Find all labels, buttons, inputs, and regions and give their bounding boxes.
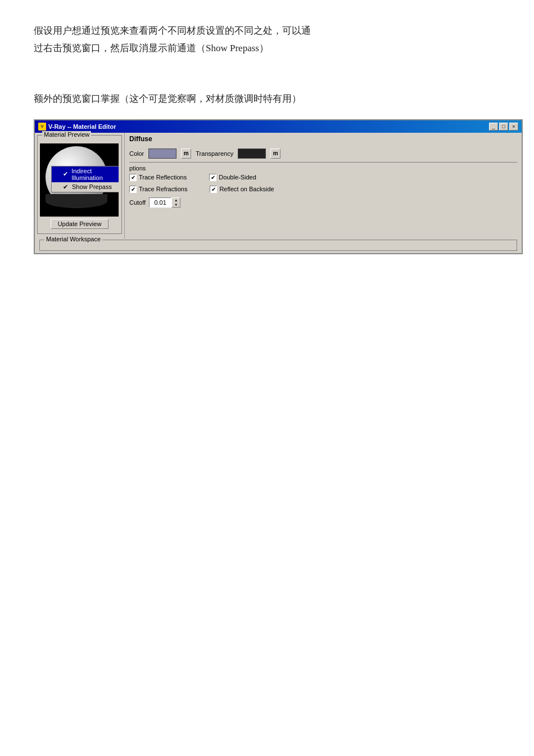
minimize-button[interactable]: _ bbox=[489, 123, 498, 130]
transparency-m-button[interactable]: m bbox=[270, 148, 280, 159]
context-menu-indirect-label: Indirect Illumination bbox=[71, 168, 119, 181]
cutoff-row: Cutoff ▲ ▼ bbox=[129, 197, 517, 208]
reflect-backside-label: Reflect on Backside bbox=[219, 186, 274, 192]
bottom-area: Material Workspace bbox=[35, 240, 522, 253]
window-title: V-Ray -- Material Editor bbox=[48, 123, 116, 130]
context-menu-prepass-label: Show Prepass bbox=[72, 183, 112, 190]
check-icon-prepass: ✔ bbox=[63, 183, 70, 191]
spin-down-button[interactable]: ▼ bbox=[172, 202, 180, 207]
preview-area: ✔ Indirect Illumination ✔ Show Prepass bbox=[40, 143, 119, 217]
context-menu: ✔ Indirect Illumination ✔ Show Prepass bbox=[51, 166, 119, 192]
diffuse-color-row: Color m Transparency m bbox=[129, 148, 517, 159]
check-icon-indirect: ✔ bbox=[63, 170, 69, 178]
material-workspace-label: Material Workspace bbox=[44, 236, 102, 242]
context-menu-item-indirect[interactable]: ✔ Indirect Illumination bbox=[52, 166, 119, 182]
double-sided-checkbox[interactable]: ✔ bbox=[209, 174, 216, 181]
color-swatch[interactable] bbox=[148, 148, 177, 159]
transparency-swatch[interactable] bbox=[238, 148, 266, 159]
checkbox-row-2: ✔ Trace Refractions ✔ Reflect on Backsid… bbox=[129, 186, 517, 193]
text-paragraph-1: 假设用户想通过预览来查看两个不同材质设置的不同之处，可以通 过右击预览窗口，然后… bbox=[34, 22, 500, 57]
double-sided-label: Double-Sided bbox=[219, 174, 256, 181]
spin-up-button[interactable]: ▲ bbox=[172, 198, 180, 202]
material-workspace-group: Material Workspace bbox=[39, 240, 517, 251]
update-preview-button[interactable]: Update Preview bbox=[51, 219, 109, 229]
material-preview-group: Material Preview ✔ Indirect Illumination… bbox=[37, 135, 122, 234]
trace-refractions-label: Trace Refractions bbox=[139, 186, 187, 192]
color-label: Color bbox=[129, 150, 144, 157]
reflect-backside-item: ✔ Reflect on Backside bbox=[210, 186, 274, 193]
spinbox-arrows: ▲ ▼ bbox=[171, 197, 180, 208]
checkbox-row-1: ✔ Trace Reflections ✔ Double-Sided bbox=[129, 174, 517, 181]
right-panel: Diffuse Color m Transparency m ptions ✔ bbox=[125, 133, 522, 238]
color-m-button[interactable]: m bbox=[181, 148, 191, 159]
diffuse-section-title: Diffuse bbox=[129, 135, 517, 144]
left-panel: Material Preview ✔ Indirect Illumination… bbox=[35, 133, 125, 238]
material-editor-window: V V-Ray -- Material Editor _ □ × Materia… bbox=[34, 119, 523, 254]
close-button[interactable]: × bbox=[509, 123, 518, 130]
window-controls: _ □ × bbox=[489, 123, 518, 130]
trace-refractions-checkbox[interactable]: ✔ bbox=[129, 186, 137, 193]
text-paragraph-2: 额外的预览窗口掌握（这个可是觉察啊，对材质微调时特有用） bbox=[34, 91, 500, 108]
options-label: ptions bbox=[129, 165, 146, 172]
options-divider: ptions bbox=[129, 162, 517, 172]
context-menu-item-prepass[interactable]: ✔ Show Prepass bbox=[52, 182, 119, 192]
window-body: Material Preview ✔ Indirect Illumination… bbox=[35, 133, 522, 238]
titlebar-title-area: V V-Ray -- Material Editor bbox=[38, 123, 116, 130]
cutoff-input[interactable] bbox=[149, 197, 171, 208]
material-preview-label: Material Preview bbox=[42, 131, 91, 138]
double-sided-item: ✔ Double-Sided bbox=[209, 174, 256, 181]
cutoff-spinbox: ▲ ▼ bbox=[149, 197, 180, 208]
cutoff-label: Cutoff bbox=[129, 199, 146, 206]
transparency-label: Transparency bbox=[196, 150, 233, 157]
vray-icon: V bbox=[38, 123, 46, 130]
reflect-backside-checkbox[interactable]: ✔ bbox=[210, 186, 217, 193]
trace-reflections-item: ✔ Trace Reflections bbox=[129, 174, 187, 181]
trace-reflections-checkbox[interactable]: ✔ bbox=[129, 174, 137, 181]
trace-reflections-label: Trace Reflections bbox=[139, 174, 187, 181]
trace-refractions-item: ✔ Trace Refractions bbox=[129, 186, 187, 193]
maximize-button[interactable]: □ bbox=[499, 123, 508, 130]
window-titlebar: V V-Ray -- Material Editor _ □ × bbox=[35, 120, 522, 133]
